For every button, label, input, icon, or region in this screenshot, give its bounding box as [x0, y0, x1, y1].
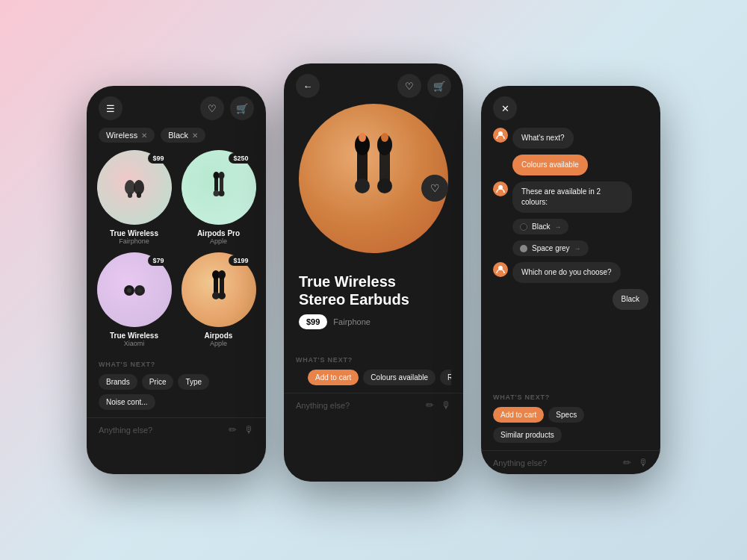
price-badge: $250: [229, 153, 252, 164]
suggestion-add-to-cart[interactable]: Add to cart: [493, 407, 544, 423]
anything-else-text: Anything else?: [493, 458, 547, 467]
msg-row-colours: Colours available: [493, 155, 648, 175]
product-brand: Fairphone: [119, 237, 149, 245]
svg-point-17: [218, 270, 226, 279]
anything-else-text: Anything else?: [296, 401, 350, 410]
bot-icon: [496, 265, 505, 274]
product-name: True Wireless: [110, 332, 158, 340]
bot-message-info: These are available in 2 colours:: [512, 181, 632, 213]
svg-point-25: [381, 133, 388, 142]
product-price: $99: [299, 314, 327, 329]
mic-icon[interactable]: 🎙: [639, 457, 648, 468]
filter-label: Wireless: [106, 131, 137, 140]
xiaomi-earbud-graphic: [117, 273, 152, 307]
wishlist-button[interactable]: ♡: [200, 96, 224, 120]
product-image-fairphone: $99: [97, 150, 172, 225]
product-brand: Apple: [210, 340, 227, 347]
suggestion-type[interactable]: Type: [178, 374, 209, 390]
product-card-airpods[interactable]: $199 Airpods Apple: [180, 252, 257, 347]
suggestion-add-to-cart[interactable]: Add to cart: [308, 370, 359, 385]
color-label-grey: Space grey: [532, 244, 570, 252]
product-brand: Xiaomi: [124, 340, 145, 347]
chat-messages: What's next? Colours available These are…: [481, 128, 660, 388]
chat-header: ✕: [481, 86, 660, 128]
grey-dot: [520, 245, 527, 252]
suggestion-similar-products[interactable]: Similar products: [493, 427, 562, 443]
svg-point-12: [127, 288, 131, 293]
bot-avatar: [493, 128, 508, 143]
bot-avatar: [493, 181, 508, 196]
arrow-icon: →: [574, 245, 581, 252]
input-icons: ✏ 🎙: [623, 457, 648, 468]
product-hero: ♡: [284, 104, 463, 273]
color-option-black[interactable]: Black →: [512, 219, 568, 234]
whats-next-label: WHAT'S NEXT?: [296, 356, 451, 364]
product-name: True Wireless: [110, 229, 158, 237]
product-meta: $99 Fairphone: [299, 314, 448, 329]
black-dot: [520, 223, 527, 231]
price-badge: $99: [148, 153, 168, 164]
anything-else-bar: Anything else? ✏ 🎙: [481, 450, 660, 474]
msg-row-whats-next: What's next?: [493, 128, 648, 149]
cart-icon: 🛒: [236, 103, 248, 114]
close-button[interactable]: ✕: [493, 96, 517, 120]
price-badge: $199: [229, 255, 252, 266]
product-card-airpods-pro[interactable]: $250 Airpods Pro Apple: [180, 150, 257, 245]
bot-message-choose: Which one do you choose?: [512, 262, 621, 283]
msg-row-choose: Which one do you choose?: [493, 262, 648, 283]
back-icon: ←: [303, 81, 313, 92]
msg-row-user-black: Black: [493, 289, 648, 310]
suggestion-tags: Brands Price Type Noise cont...: [99, 374, 254, 410]
svg-point-24: [359, 133, 366, 142]
cart-button[interactable]: 🛒: [427, 74, 451, 98]
phone-chat: ✕ What's next? Colours available: [481, 86, 660, 474]
bot-message-colours: Colours available: [512, 155, 588, 175]
menu-button[interactable]: ☰: [99, 96, 123, 120]
close-icon: ✕: [501, 103, 509, 114]
chat-content: ✕ What's next? Colours available: [481, 86, 660, 474]
suggestion-specs[interactable]: Specs: [548, 407, 584, 423]
back-button[interactable]: ←: [296, 74, 320, 98]
suggestion-tags: Add to cart Colours available Ratin...: [296, 370, 451, 385]
wishlist-button[interactable]: ♡: [397, 74, 421, 98]
whats-next-section: WHAT'S NEXT? Add to cart Colours availab…: [284, 350, 463, 390]
pencil-icon[interactable]: ✏: [623, 457, 631, 468]
suggestion-price[interactable]: Price: [142, 374, 174, 390]
product-image-xiaomi: $79: [97, 252, 172, 327]
product-image-airpods-pro: $250: [182, 150, 256, 225]
phone2-header: ← ♡ 🛒: [284, 63, 463, 104]
filter-wireless[interactable]: Wireless ✕: [99, 128, 155, 143]
mic-icon[interactable]: 🎙: [441, 399, 451, 411]
cart-button[interactable]: 🛒: [230, 96, 254, 120]
svg-point-19: [218, 292, 226, 299]
mic-icon[interactable]: 🎙: [244, 424, 254, 435]
svg-point-8: [213, 190, 219, 196]
heart-icon: ♡: [208, 103, 217, 114]
suggestion-colours[interactable]: Colours available: [363, 370, 436, 385]
product-name: Airpods Pro: [197, 229, 240, 237]
pencil-icon[interactable]: ✏: [426, 399, 434, 411]
svg-point-6: [213, 172, 219, 179]
user-message-black: Black: [613, 289, 648, 310]
remove-filter-icon[interactable]: ✕: [141, 131, 147, 140]
pencil-icon[interactable]: ✏: [229, 424, 237, 435]
heart-icon: ♡: [405, 81, 414, 92]
product-card-xiaomi[interactable]: $79 True Wireless Xiaomi: [96, 252, 173, 347]
airpod-graphic: [199, 168, 238, 207]
remove-filter-icon[interactable]: ✕: [192, 131, 198, 140]
anything-else-bar: Anything else? ✏ 🎙: [87, 417, 266, 441]
whats-next-label: WHAT'S NEXT?: [493, 393, 648, 401]
suggestion-rating[interactable]: Ratin...: [440, 370, 451, 385]
whats-next-section: WHAT'S NEXT? Add to cart Specs Similar p…: [481, 388, 660, 447]
suggestion-noise[interactable]: Noise cont...: [99, 394, 155, 410]
products-grid: $99 True Wireless Fairphone $250: [87, 150, 266, 355]
color-label-black: Black: [532, 223, 550, 231]
whats-next-label: WHAT'S NEXT?: [99, 361, 254, 368]
floating-heart-button[interactable]: ♡: [421, 175, 448, 202]
price-badge: $79: [148, 255, 168, 266]
suggestion-brands[interactable]: Brands: [99, 374, 137, 390]
product-card-fairphone[interactable]: $99 True Wireless Fairphone: [96, 150, 173, 245]
color-option-grey[interactable]: Space grey →: [512, 240, 589, 256]
bot-icon: [496, 131, 505, 140]
filter-black[interactable]: Black ✕: [161, 128, 205, 143]
